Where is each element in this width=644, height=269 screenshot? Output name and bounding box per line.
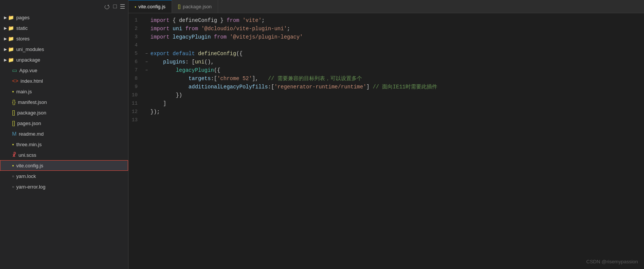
tab-package-json[interactable]: [] package.json — [172, 0, 218, 13]
tab-vite-config-js[interactable]: ▪ vite.config.js — [128, 0, 172, 13]
line-num-11: 11 — [128, 99, 144, 108]
file-icon: ▫ — [12, 173, 14, 179]
js-icon: ▪ — [12, 141, 14, 147]
json-icon: {} — [12, 99, 15, 105]
collapse-icon[interactable]: □ — [113, 3, 117, 10]
line-content-11: ] — [150, 99, 638, 108]
code-line-11: 11 ] — [128, 99, 644, 108]
json-tab-icon: [] — [178, 4, 181, 9]
line-num-5: 5 — [128, 49, 144, 58]
folder-icon: 📁 — [8, 46, 14, 52]
line-content-6: plugins: [uni(), — [150, 58, 638, 66]
sidebar-item-unpackage[interactable]: ► 📁 unpackage — [0, 54, 128, 65]
js-icon: ▪ — [12, 88, 14, 94]
tab-label: vite.config.js — [138, 4, 166, 9]
file-icon: ▫ — [12, 184, 14, 190]
file-label: main.js — [16, 89, 32, 94]
sidebar-item-pages[interactable]: ► 📁 pages — [0, 12, 128, 23]
code-line-9: 9 additionalLegacyPolyfills:['regenerato… — [128, 83, 644, 91]
code-line-1: 1 import { defineConfig } from 'vite'; — [128, 16, 644, 25]
folder-label: uni_modules — [16, 46, 44, 52]
file-label: App.vue — [19, 68, 37, 73]
line-num-7: 7 — [128, 66, 144, 74]
chevron-right-icon: ► — [3, 25, 8, 31]
line-content-5: export default defineConfig({ — [150, 49, 638, 58]
line-content-9: additionalLegacyPolyfills:['regenerator-… — [150, 83, 638, 91]
sidebar-item-static[interactable]: ► 📁 static — [0, 23, 128, 33]
line-num-6: 6 — [128, 58, 144, 66]
code-line-5: 5 − export default defineConfig({ — [128, 49, 644, 58]
file-label: yarn-error.log — [16, 184, 45, 190]
chevron-right-icon: ► — [3, 46, 8, 52]
line-content-1: import { defineConfig } from 'vite'; — [150, 16, 638, 25]
chevron-right-icon: ► — [3, 15, 8, 20]
chevron-right-icon: ► — [3, 36, 8, 42]
code-line-3: 3 import legacyPlugin from '@vitejs/plug… — [128, 33, 644, 41]
code-line-8: 8 targets:['chrome 52'], // 需要兼容的目标列表，可以… — [128, 74, 644, 83]
sidebar-item-pages-json[interactable]: [] pages.json — [0, 118, 128, 128]
line-content-10: }) — [150, 91, 638, 99]
file-label: manifest.json — [18, 99, 47, 105]
line-num-10: 10 — [128, 91, 144, 99]
file-label: vite.config.js — [16, 163, 43, 169]
sidebar-item-app-vue[interactable]: ▭ App.vue — [0, 65, 128, 76]
line-num-13: 13 — [128, 116, 144, 124]
code-editor[interactable]: 1 import { defineConfig } from 'vite'; 2… — [128, 13, 644, 269]
js-tab-icon: ▪ — [135, 4, 136, 9]
sidebar-item-vite-config-js[interactable]: ▪ vite.config.js — [0, 160, 128, 171]
editor-area: ▪ vite.config.js [] package.json 1 impor… — [128, 0, 644, 269]
more-icon[interactable]: ☰ — [120, 3, 125, 11]
file-label: pages.json — [17, 121, 41, 126]
code-line-6: 6 − plugins: [uni(), — [128, 58, 644, 66]
line-content-2: import uni from '@dcloudio/vite-plugin-u… — [150, 25, 638, 33]
fold-icon-7[interactable]: − — [144, 66, 150, 74]
file-label: yarn.lock — [16, 173, 36, 179]
line-num-8: 8 — [128, 74, 144, 83]
fold-icon-5[interactable]: − — [144, 49, 150, 58]
line-num-1: 1 — [128, 16, 144, 25]
code-line-4: 4 — [128, 41, 644, 49]
folder-label: stores — [16, 36, 29, 42]
sidebar-item-yarn-lock[interactable]: ▫ yarn.lock — [0, 171, 128, 181]
sidebar-item-readme-md[interactable]: M readme.md — [0, 128, 128, 139]
md-icon: M — [12, 131, 17, 137]
sidebar-item-main-js[interactable]: ▪ main.js — [0, 86, 128, 97]
code-line-13: 13 — [128, 116, 644, 124]
code-line-2: 2 import uni from '@dcloudio/vite-plugin… — [128, 25, 644, 33]
line-content-7: legacyPlugin({ — [150, 66, 638, 74]
sidebar: ⭯ □ ☰ ► 📁 pages ► 📁 static ► 📁 stores ► … — [0, 0, 128, 269]
sidebar-item-three-min-js[interactable]: ▪ three.min.js — [0, 139, 128, 150]
sidebar-item-uni-modules[interactable]: ► 📁 uni_modules — [0, 44, 128, 54]
line-num-2: 2 — [128, 25, 144, 33]
sidebar-item-stores[interactable]: ► 📁 stores — [0, 33, 128, 44]
line-num-9: 9 — [128, 83, 144, 91]
sidebar-item-yarn-error-log[interactable]: ▫ yarn-error.log — [0, 181, 128, 192]
sidebar-item-index-html[interactable]: <> index.html — [0, 76, 128, 86]
code-line-10: 10 }) — [128, 91, 644, 99]
watermark: CSDN @risemypassion — [586, 259, 638, 264]
fold-icon-6[interactable]: − — [144, 58, 150, 66]
vue-icon: ▭ — [12, 67, 17, 73]
file-label: three.min.js — [16, 142, 42, 147]
sidebar-item-uni-scss[interactable]: ☧ uni.scss — [0, 150, 128, 160]
line-content-3: import legacyPlugin from '@vitejs/plugin… — [150, 33, 638, 41]
file-label: readme.md — [19, 131, 44, 137]
tabs-bar: ▪ vite.config.js [] package.json — [128, 0, 644, 13]
folder-icon: 📁 — [8, 15, 14, 20]
code-line-12: 12 }); — [128, 108, 644, 116]
line-num-4: 4 — [128, 41, 144, 49]
code-line-7: 7 − legacyPlugin({ — [128, 66, 644, 74]
sidebar-item-manifest-json[interactable]: {} manifest.json — [0, 97, 128, 107]
chevron-right-icon: ► — [3, 57, 8, 63]
line-content-12: }); — [150, 108, 638, 116]
json-icon: [] — [12, 120, 15, 126]
folder-icon: 📁 — [8, 57, 14, 63]
refresh-icon[interactable]: ⭯ — [104, 3, 110, 11]
line-num-3: 3 — [128, 33, 144, 41]
folder-icon: 📁 — [8, 36, 14, 42]
sidebar-item-package-json[interactable]: [] package.json — [0, 107, 128, 118]
file-label: uni.scss — [19, 152, 36, 158]
main-container: ⭯ □ ☰ ► 📁 pages ► 📁 static ► 📁 stores ► … — [0, 0, 644, 269]
json-icon: [] — [12, 110, 15, 116]
file-label: package.json — [17, 110, 46, 116]
